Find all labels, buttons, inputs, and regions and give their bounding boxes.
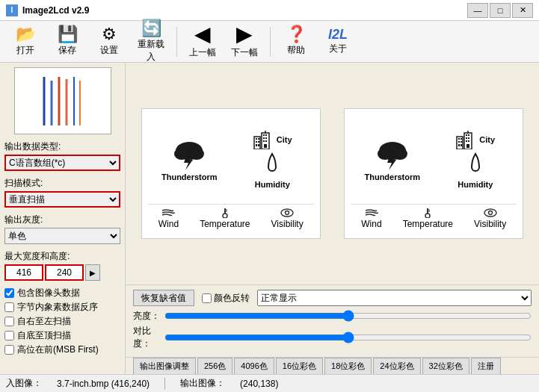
tab-32bit[interactable]: 32位彩色 xyxy=(422,358,469,374)
btm-scan-input[interactable] xyxy=(4,331,14,340)
save-label: 保存 xyxy=(58,44,76,57)
gray-label: 输出灰度: xyxy=(4,214,120,226)
svg-rect-22 xyxy=(263,140,265,142)
minimize-button[interactable]: — xyxy=(467,3,488,18)
toolbar-separator-2 xyxy=(270,27,271,57)
temperature-label: Temperature xyxy=(200,219,250,229)
include-header-checkbox[interactable]: 包含图像头数据 xyxy=(4,287,120,299)
height-input[interactable] xyxy=(45,264,84,281)
reverse-bits-input[interactable] xyxy=(4,302,14,312)
input-image-label: 入图像： xyxy=(6,377,42,390)
color-reverse-input[interactable] xyxy=(202,293,212,303)
weather-card-1: Thunderstorm xyxy=(141,108,321,239)
maximize-button[interactable]: □ xyxy=(490,3,511,18)
preview-image xyxy=(22,73,104,129)
output-type-label: 输出数据类型: xyxy=(4,140,120,153)
settings-button[interactable]: ⚙ 设置 xyxy=(90,25,129,59)
scan-mode-row: 垂直扫描 xyxy=(4,191,120,208)
next-button[interactable]: ▶ 下一幅 xyxy=(225,25,264,59)
contrast-slider[interactable] xyxy=(164,331,532,344)
svg-rect-18 xyxy=(263,134,265,136)
svg-point-26 xyxy=(223,214,227,218)
wind-label-2: Wind xyxy=(361,219,381,229)
tab-18bit[interactable]: 18位彩色 xyxy=(324,358,372,374)
help-icon: ❓ xyxy=(286,26,307,43)
humidity-icon xyxy=(261,152,283,178)
color-reverse-checkbox[interactable]: 颜色反转 xyxy=(202,292,250,305)
wind-icon xyxy=(161,208,175,218)
msb-first-input[interactable] xyxy=(4,345,14,355)
brightness-slider[interactable] xyxy=(164,309,532,323)
visibility-label: Visibility xyxy=(271,219,304,229)
thunderstorm-cell-2: Thunderstorm xyxy=(351,115,434,204)
weather-card-2-top: Thunderstorm xyxy=(351,115,517,204)
open-label: 打开 xyxy=(16,44,34,57)
tab-256[interactable]: 256色 xyxy=(197,358,232,374)
restore-button[interactable]: 恢复缺省值 xyxy=(133,290,194,306)
tab-register[interactable]: 注册 xyxy=(471,358,501,374)
weather-card-1-top: Thunderstorm xyxy=(148,115,314,204)
svg-rect-23 xyxy=(265,140,267,142)
toolbar: 📂 打开 💾 保存 ⚙ 设置 🔄 重新载入 ◀ 上一幅 ▶ 下一幅 ❓ 帮助 I… xyxy=(0,21,539,63)
gray-row: 单色 xyxy=(4,228,120,244)
svg-rect-19 xyxy=(265,134,267,136)
svg-point-31 xyxy=(286,211,289,215)
svg-rect-45 xyxy=(468,134,469,136)
city-label: City xyxy=(277,135,292,144)
humidity-icon-2 xyxy=(464,152,487,178)
reverse-bits-checkbox[interactable]: 字节内象素数据反序 xyxy=(4,301,120,314)
right-panel: Thunderstorm xyxy=(126,63,539,374)
thunderstorm-label-2: Thunderstorm xyxy=(364,172,420,181)
dimension-arrow-button[interactable]: ▶ xyxy=(85,264,100,281)
reload-button[interactable]: 🔄 重新载入 xyxy=(132,25,170,59)
title-bar-controls: — □ ✕ xyxy=(467,3,533,18)
contrast-row: 对比度： xyxy=(133,325,532,350)
tab-16bit[interactable]: 16位彩色 xyxy=(276,358,323,374)
gray-section: 输出灰度: 单色 xyxy=(4,214,120,244)
svg-rect-40 xyxy=(461,141,462,143)
rtl-scan-checkbox[interactable]: 自右至左扫描 xyxy=(4,315,120,328)
wind-item: Wind xyxy=(158,208,179,229)
svg-rect-41 xyxy=(458,144,460,146)
open-button[interactable]: 📂 打开 xyxy=(6,25,45,59)
toolbar-separator-1 xyxy=(176,27,177,57)
tab-24bit[interactable]: 24位彩色 xyxy=(373,358,420,374)
title-bar-left: I Image2Lcd v2.9 xyxy=(6,4,89,16)
main-area: 输出数据类型: C语言数组(*c) 扫描模式: 垂直扫描 输出灰度: 单色 xyxy=(0,63,539,374)
weather-card-2-bottom: Wind Temperature xyxy=(351,204,517,232)
title-bar: I Image2Lcd v2.9 — □ ✕ xyxy=(0,0,539,21)
svg-point-56 xyxy=(484,209,496,217)
btm-scan-checkbox[interactable]: 自底至顶扫描 xyxy=(4,329,120,342)
msb-first-checkbox[interactable]: 高位在前(MSB First) xyxy=(4,343,120,356)
svg-rect-16 xyxy=(258,144,259,146)
checkboxes-section: 包含图像头数据 字节内象素数据反序 自右至左扫描 自底至顶扫描 高位在前(MSB… xyxy=(4,287,120,356)
about-button[interactable]: I2L 关于 xyxy=(318,25,357,59)
scan-mode-select[interactable]: 垂直扫描 xyxy=(4,191,120,208)
settings-label: 设置 xyxy=(100,44,118,57)
gray-select[interactable]: 单色 xyxy=(4,228,120,244)
visibility-item: Visibility xyxy=(271,208,304,229)
tab-adjust[interactable]: 输出图像调整 xyxy=(133,358,196,374)
status-bar: 入图像： 3.7-inch.bmp (416,240) 输出图像： (240,1… xyxy=(0,374,539,392)
output-image-value: (240,138) xyxy=(240,379,278,389)
wind-label: Wind xyxy=(158,219,179,229)
prev-button[interactable]: ◀ 上一幅 xyxy=(183,25,222,59)
save-button[interactable]: 💾 保存 xyxy=(48,25,87,59)
humidity-city-cell: City Humidity xyxy=(231,115,314,204)
width-input[interactable] xyxy=(4,264,43,281)
thunderstorm-icon xyxy=(170,137,208,171)
output-image-label: 输出图像： xyxy=(180,377,225,390)
brightness-row: 亮度： xyxy=(133,309,532,323)
close-button[interactable]: ✕ xyxy=(512,3,533,18)
svg-rect-11 xyxy=(256,138,257,140)
city-label-2: City xyxy=(479,135,495,144)
rtl-scan-input[interactable] xyxy=(4,317,14,326)
include-header-input[interactable] xyxy=(4,288,14,298)
svg-rect-12 xyxy=(258,138,259,140)
help-button[interactable]: ❓ 帮助 xyxy=(277,25,315,59)
tab-4096[interactable]: 4096色 xyxy=(234,358,274,374)
humidity-city-cell-2: City Humidity xyxy=(434,115,517,204)
output-type-select[interactable]: C语言数组(*c) xyxy=(4,155,120,171)
svg-rect-20 xyxy=(263,137,265,139)
display-mode-select[interactable]: 正常显示 反转显示 xyxy=(257,290,532,306)
